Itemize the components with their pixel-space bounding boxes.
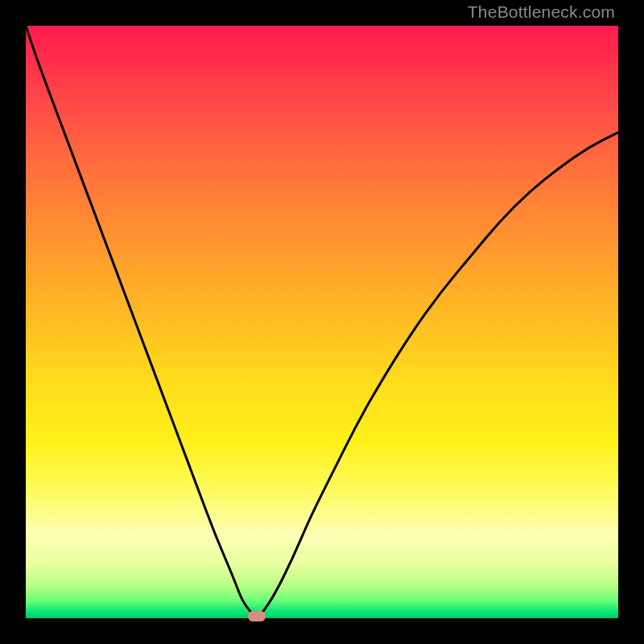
curve-svg bbox=[26, 26, 618, 618]
watermark-text: TheBottleneck.com bbox=[468, 2, 615, 22]
chart-frame: TheBottleneck.com bbox=[0, 0, 644, 644]
bottleneck-curve bbox=[26, 26, 618, 617]
minimum-marker bbox=[248, 611, 266, 621]
